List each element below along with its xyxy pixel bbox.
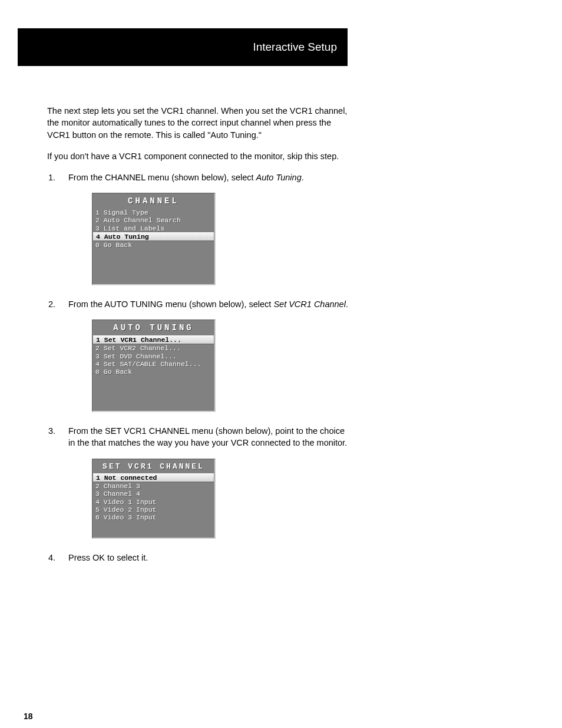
osd-item-5: 5 Video 2 Input — [92, 506, 214, 513]
step-1-text-a: From the CHANNEL menu (shown below), sel… — [68, 173, 256, 182]
osd-item-1: 1 Not connected — [93, 473, 214, 482]
osd-item-3: 3 Channel 4 — [92, 490, 214, 498]
osd-item-1: 1 Signal Type — [92, 209, 214, 216]
step-2-italic: Set VCR1 Channel — [273, 299, 346, 309]
step-1-text-c: . — [302, 173, 304, 182]
step-1-italic: Auto Tuning — [256, 173, 302, 182]
step-1: From the CHANNEL menu (shown below), sel… — [58, 172, 353, 285]
page-number: 18 — [24, 711, 33, 721]
osd-item-4: 4 Set SAT/CABLE Channel... — [92, 360, 214, 368]
osd-item-3: 3 List and Labels — [92, 225, 214, 232]
osd-channel-body: 1 Signal Type2 Auto Channel Search3 List… — [92, 209, 214, 249]
step-4: Press OK to select it. — [58, 552, 353, 564]
steps-list: From the CHANNEL menu (shown below), sel… — [47, 172, 353, 564]
osd-item-6: 6 Video 3 Input — [92, 513, 214, 521]
osd-item-2: 2 Channel 3 — [92, 482, 214, 490]
header-bar-text: Interactive Setup — [253, 41, 337, 54]
intro-paragraph: The next step lets you set the VCR1 chan… — [47, 105, 353, 141]
osd-autotuning-menu: AUTO TUNING 1 Set VCR1 Channel...2 Set V… — [92, 319, 216, 412]
osd-setvcr1-body: 1 Not connected2 Channel 33 Channel 44 V… — [92, 473, 214, 521]
osd-item-0: 0 Go Back — [92, 241, 214, 249]
osd-item-4: 4 Video 1 Input — [92, 498, 214, 506]
osd-item-0: 0 Go Back — [92, 368, 214, 375]
skip-paragraph: If you don't have a VCR1 component conne… — [47, 150, 353, 162]
step-2-text-a: From the AUTO TUNING menu (shown below),… — [68, 299, 273, 309]
step-3-text: From the SET VCR1 CHANNEL menu (shown be… — [68, 426, 347, 447]
osd-channel-menu: CHANNEL 1 Signal Type2 Auto Channel Sear… — [92, 193, 216, 285]
osd-item-2: 2 Set VCR2 Channel... — [92, 344, 214, 352]
content-column: The next step lets you set the VCR1 chan… — [47, 105, 353, 577]
step-3: From the SET VCR1 CHANNEL menu (shown be… — [58, 425, 353, 539]
osd-item-3: 3 Set DVD Channel... — [92, 353, 214, 360]
osd-item-1: 1 Set VCR1 Channel... — [93, 335, 214, 344]
step-2-text-c: . — [346, 299, 348, 309]
osd-item-4: 4 Auto Tuning — [93, 232, 214, 241]
osd-autotuning-body: 1 Set VCR1 Channel...2 Set VCR2 Channel.… — [92, 335, 214, 375]
step-4-text: Press OK to select it. — [68, 553, 148, 562]
osd-autotuning-title: AUTO TUNING — [92, 320, 214, 335]
osd-channel-title: CHANNEL — [92, 193, 214, 209]
osd-setvcr1-menu: SET VCR1 CHANNEL 1 Not connected2 Channe… — [92, 459, 216, 539]
step-2: From the AUTO TUNING menu (shown below),… — [58, 298, 353, 412]
header-bar: Interactive Setup — [18, 28, 348, 66]
osd-item-2: 2 Auto Channel Search — [92, 216, 214, 224]
osd-setvcr1-title: SET VCR1 CHANNEL — [92, 459, 214, 473]
